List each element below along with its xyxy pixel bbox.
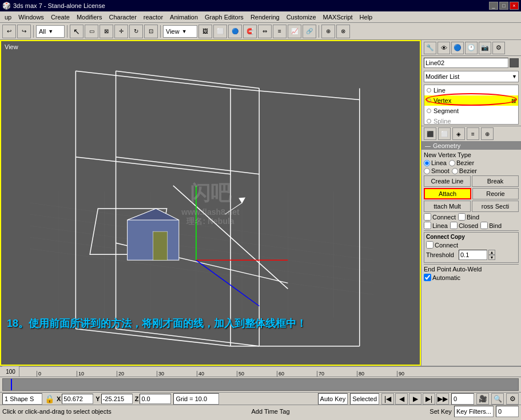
connect-copy-checkbox[interactable] — [426, 241, 433, 249]
radio-bezier1-input[interactable] — [449, 160, 455, 166]
select-region-button[interactable]: ▭ — [85, 25, 98, 38]
connect-checkbox[interactable] — [424, 213, 431, 221]
align-button[interactable]: ≡ — [273, 25, 287, 38]
panel-icon-3[interactable]: 🔵 — [451, 42, 464, 54]
break-button[interactable]: Break — [472, 175, 519, 187]
radio-linea-input[interactable] — [424, 160, 430, 166]
filter-dropdown[interactable]: All ▼ — [36, 25, 65, 38]
render-button[interactable]: 🖼 — [198, 25, 212, 38]
snap-button[interactable]: 🧲 — [243, 25, 257, 38]
next-frame-button[interactable]: ▶| — [423, 393, 435, 405]
attach-mult-button[interactable]: ttach Mult — [424, 201, 471, 212]
tab-btn-1[interactable]: ⬛ — [424, 127, 436, 140]
mirror-button[interactable]: ⇔ — [258, 25, 272, 38]
render2-button[interactable]: ⬜ — [213, 25, 227, 38]
nav-button1[interactable]: ⊕ — [321, 25, 335, 38]
closed-checkbox[interactable] — [450, 222, 458, 229]
menu-item-up[interactable]: up — [1, 11, 15, 23]
stack-item-vertex[interactable]: Vertex ⊠ — [424, 95, 518, 106]
menu-item-graph-editors[interactable]: Graph Editors — [201, 11, 247, 23]
undo-button[interactable]: ↩ — [2, 25, 16, 38]
threshold-input[interactable] — [459, 250, 487, 260]
create-line-button[interactable]: Create Line — [424, 175, 471, 187]
move-button[interactable]: ✛ — [114, 25, 128, 38]
check-bind2[interactable]: Bind — [480, 222, 502, 229]
z-input[interactable] — [140, 394, 171, 404]
curve-editor-button[interactable]: 📈 — [288, 25, 301, 38]
menu-item-customize[interactable]: Customize — [283, 11, 320, 23]
menu-item-create[interactable]: Create — [47, 11, 73, 23]
object-name-input[interactable] — [424, 58, 508, 68]
menu-item-character[interactable]: Character — [106, 11, 140, 23]
panel-icon-1[interactable]: 🔧 — [424, 42, 436, 54]
menu-item-windows[interactable]: Windows — [15, 11, 47, 23]
radio-smooth-input[interactable] — [424, 168, 430, 174]
check-closed[interactable]: Closed — [450, 222, 478, 229]
cross-sect-button[interactable]: ross Secti — [472, 201, 519, 212]
search-icon[interactable]: 🔍 — [491, 393, 504, 405]
tab-btn-4[interactable]: ≡ — [467, 127, 479, 140]
menu-item-rendering[interactable]: Rendering — [247, 11, 283, 23]
panel-icon-5[interactable]: 📷 — [479, 42, 491, 54]
schematic-button[interactable]: 🔗 — [303, 25, 316, 38]
modifier-list-dropdown[interactable]: Modifier List ▼ — [424, 71, 519, 82]
attach-button[interactable]: Attach — [424, 188, 471, 199]
first-frame-button[interactable]: |◀ — [381, 393, 394, 405]
radio-bezier1[interactable]: Bezier — [449, 159, 474, 166]
linea-checkbox[interactable] — [424, 222, 431, 229]
last-frame-button[interactable]: ▶▶ — [436, 393, 449, 405]
title-bar-controls[interactable]: _ □ × — [489, 2, 519, 10]
play-button[interactable]: ▶ — [409, 393, 421, 405]
menu-item-reactor[interactable]: reactor — [140, 11, 166, 23]
panel-icon-2[interactable]: 👁 — [438, 42, 450, 54]
scale-button[interactable]: ⊡ — [144, 25, 158, 38]
redo-button[interactable]: ↪ — [17, 25, 31, 38]
material-button[interactable]: 🔵 — [228, 25, 242, 38]
threshold-spin-up[interactable]: ▲ — [488, 250, 495, 255]
bind-checkbox[interactable] — [458, 213, 466, 221]
check-linea[interactable]: Linea — [424, 222, 448, 229]
radio-bezier2[interactable]: Bezier — [452, 167, 477, 174]
check-bind[interactable]: Bind — [458, 213, 479, 221]
select-button[interactable]: ↖ — [70, 25, 83, 38]
stack-item-segment[interactable]: Segment — [424, 106, 518, 116]
automatic-checkbox[interactable] — [424, 274, 431, 281]
timeline-playhead[interactable] — [11, 379, 12, 390]
panel-icon-4[interactable]: 🕐 — [465, 42, 478, 54]
key-filters-field[interactable]: Key Filters... — [454, 406, 494, 417]
radio-linea[interactable]: Linea — [424, 159, 447, 166]
select-type-button[interactable]: ⊠ — [100, 25, 113, 38]
radio-smooth[interactable]: Smoot — [424, 167, 450, 174]
reorie-button[interactable]: Reorie — [472, 188, 519, 199]
geometry-section-header[interactable]: — Geometry — [421, 142, 521, 150]
y-input[interactable] — [101, 394, 133, 404]
tab-btn-5[interactable]: ⊕ — [481, 127, 494, 140]
bind2-checkbox[interactable] — [480, 222, 488, 229]
settings-icon[interactable]: ⚙ — [506, 393, 519, 405]
maximize-button[interactable]: □ — [499, 2, 508, 10]
prev-frame-button[interactable]: ◀ — [395, 393, 408, 405]
tab-btn-3[interactable]: ◈ — [452, 127, 465, 140]
menu-item-help[interactable]: Help — [356, 11, 376, 23]
close-button[interactable]: × — [510, 2, 519, 10]
menu-item-maxscript[interactable]: MAXScript — [320, 11, 356, 23]
tab-btn-2[interactable]: ⬜ — [438, 127, 451, 140]
timeline-track[interactable] — [2, 378, 519, 391]
menu-item-animation[interactable]: Animation — [166, 11, 201, 23]
nav-button2[interactable]: ⊗ — [336, 25, 350, 38]
check-automatic[interactable]: Automatic — [424, 274, 519, 281]
threshold-spin-down[interactable]: ▼ — [488, 255, 495, 260]
menu-item-modifiers[interactable]: Modifiers — [73, 11, 106, 23]
stack-item-spline[interactable]: Spline — [424, 116, 518, 125]
x-input[interactable] — [62, 394, 93, 404]
stack-item-line[interactable]: Line — [424, 85, 518, 95]
color-swatch[interactable] — [510, 58, 519, 67]
check-connect[interactable]: Connect — [424, 213, 456, 221]
frame-input-field[interactable]: 0 — [451, 393, 474, 405]
rotate-button[interactable]: ↻ — [129, 25, 143, 38]
radio-bezier2-input[interactable] — [452, 168, 458, 174]
camera-icon[interactable]: 🎥 — [476, 393, 489, 405]
viewport[interactable]: View 闪吧 www.flash8.net 理名: Nebula 18。使用前… — [0, 40, 421, 366]
minimize-button[interactable]: _ — [489, 2, 498, 10]
panel-icon-6[interactable]: ⚙ — [492, 42, 505, 54]
